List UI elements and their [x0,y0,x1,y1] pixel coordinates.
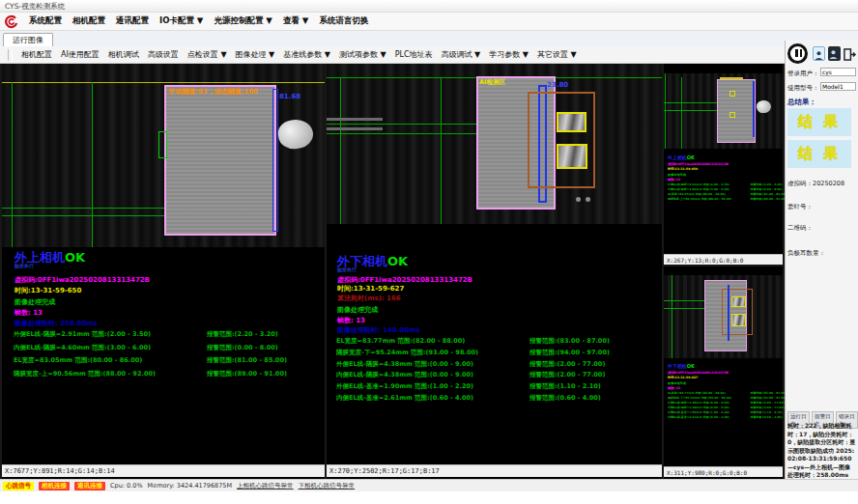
alarm-range: 报警范围:(1.10 - 2.10) [529,382,601,391]
menu-camera-config[interactable]: 相机配置 [72,15,105,27]
barcode-line: 虚拟码:0FF1iwa2025020813313472B [668,162,790,167]
operator-mode-button[interactable] [813,46,825,61]
alarm-range: 报警范围:(2.00 - 77.00) [529,360,605,369]
camera-image-lower-outer[interactable]: AI检测区 23.80 [327,64,662,224]
tool-image-process[interactable]: 图像处理 ▼ [236,49,275,60]
roi-cell-region [164,85,276,236]
model-input[interactable] [820,82,856,91]
menu-language-switch[interactable]: 系统语言切换 [319,15,368,27]
heartbeat-badge: 心跳信号 [3,482,34,490]
menu-system-config[interactable]: 系统配置 [29,15,62,27]
measurement-value: EL宽度=83.77mm 范围:(82.00 - 88.00) [668,391,751,395]
time-line: 时间:13-31-59-650 [668,167,790,172]
green-line [12,82,13,247]
camera-panel-lower-outer: AI检测区 23.80 外下相机OK 触发执行 虚拟码:0FF1iwa20250… [327,64,662,479]
measurement-row: 内侧EL线-隔膜=4.38mm 范围:(0.00 - 9.00) 报警范围:(2… [336,371,660,379]
menu-io-config[interactable]: IO卡配置 ▼ [159,15,203,27]
measurement-row: 内侧EL线-基准=2.61mm 范围:(0.60 - 4.00) 报警范围:(0… [336,394,660,403]
memory-usage: Memory: 3424.41796875M [148,482,233,490]
tab-run-image[interactable]: 运行图像 [3,33,53,47]
tool-camera-debug[interactable]: 相机调试 [108,49,139,60]
camera-link-badge: 相机连接 [39,482,70,490]
result-box-lower: 结 果 [787,140,851,168]
tab-strip: 运行图像 [0,31,858,47]
alarm-range: 报警范围:(2.00 - 77.00) [529,371,605,379]
green-line [664,110,718,111]
result-status: OK [387,254,408,268]
camera-name: 外下相机 [668,363,687,369]
alarm-range: 报警范围:(0.00 - 8.00) [751,187,783,191]
virtual-code-value: 20250208 [813,180,844,187]
pause-icon [800,49,803,57]
tool-advanced-debug[interactable]: 高级调试 ▼ [442,49,481,60]
frame-line: 帧数: 13 [337,316,365,325]
defect-search-box [528,92,595,188]
green-line [681,77,682,149]
preview-result-text: 外上相机OK 虚拟码:0FF1iwa2025020813313472B 时间:1… [668,154,790,201]
app-window: CYS-视觉检测系统 系统配置 相机配置 通讯配置 IO卡配置 ▼ 光源控制配置… [0,0,858,504]
menu-light-config[interactable]: 光源控制配置 ▼ [214,15,272,27]
tool-baseline-params[interactable]: 基准线参数 ▼ [283,49,330,60]
tab-count-label: 负极耳数量： [787,249,825,258]
upper-camera-heartbeat-status: 上相机心跳信号异常 [237,482,294,490]
alarm-range: 报警范围:(89.00 - 91.00) [207,370,287,378]
threshold-overlay-text: 手动阈值:93，动态阈值:100 [168,87,258,97]
camera-image-upper-outer[interactable]: 手动阈值:93，动态阈值:100 81.68 [2,64,325,247]
preview-image-top[interactable] [664,73,783,149]
tool-plc-address[interactable]: PLC地址表 [395,49,433,60]
tool-test-params[interactable]: 测试项参数 ▼ [339,49,386,60]
tool-other-settings[interactable]: 其它设置 ▼ [537,49,577,60]
result-box-upper: 结 果 [787,108,851,136]
pause-button[interactable] [787,43,808,64]
time-line: 时间:13-31-59-650 [14,286,81,295]
blue-measure-value: 81.68 [279,93,300,100]
frame-line: 帧数: 13 [668,386,790,391]
tool-spot-check[interactable]: 点检设置 ▼ [187,49,227,60]
green-line [664,308,708,309]
camera-panel-upper-outer: 手动阈值:93，动态阈值:100 81.68 外上相机OK 触发执行 虚拟码:0… [2,64,325,479]
barcode-line: 虚拟码:0FF1iwa2025020813313472B [668,371,790,376]
time-line: 时间:13-31-59-627 [337,284,404,294]
main-area: 手动阈值:93，动态阈值:100 81.68 外上相机OK 触发执行 虚拟码:0… [0,64,785,479]
menu-view[interactable]: 查看 ▼ [283,15,309,27]
green-marker-box [158,131,167,158]
alarm-range: 报警范围:(0.60 - 4.00) [529,394,601,403]
result-box-text: 结 果 [798,145,841,163]
tool-ai-config[interactable]: AI使用配置 [61,49,100,60]
green-line [2,208,164,209]
app-logo-icon [4,14,18,29]
exit-door-icon [844,48,856,61]
log-text: 耗时：222，缺陷检测耗时：17，缺陷分类耗时：0，缺陷提取分区耗时：显示图获取… [787,422,856,480]
tool-advanced-settings[interactable]: 高级设置 [148,49,179,60]
menu-comm-config[interactable]: 通讯配置 [116,15,149,27]
measurement-row: EL宽度=83.05mm 范围:(80.00 - 86.00) 报警范围:(81… [14,356,323,365]
measurement-value: 内侧EL线-隔膜=4.38mm 范围:(0.00 - 9.00) [336,371,529,379]
engineer-mode-button[interactable] [828,46,841,61]
tool-camera-config[interactable]: 相机配置 [21,49,52,60]
logout-button[interactable] [844,46,856,61]
measurement-value: 外侧EL线-隔膜=2.91mm 范围:(2.00 - 3.50) [14,330,207,339]
elapsed-line: 图像处理耗时: 140.00ms [337,325,420,335]
window-title: CYS-视觉检测系统 [5,2,65,11]
menu-bar: 系统配置 相机配置 通讯配置 IO卡配置 ▼ 光源控制配置 ▼ 查看 ▼ 系统语… [0,13,858,31]
login-user-input[interactable] [820,68,856,76]
ai-region-label: AI检测区 [479,78,505,87]
alarm-range: 报警范围:(0.00 - 8.00) [207,344,278,352]
measurement-row: 隔膜宽度-上=90.56mm 范围:(88.00 - 92.00) 报警范围:(… [14,370,323,378]
result-status: OK [65,250,85,265]
tool-learn-params[interactable]: 学习参数 ▼ [489,49,529,60]
preview-image-bottom[interactable] [664,275,783,358]
blue-measure-line [728,285,729,341]
alarm-range: 报警范围:(94.00 - 97.00) [529,349,610,357]
model-label: 使用型号： [787,84,819,93]
roi-cell-region [717,79,756,143]
measurement-row: 外侧EL线-基准=1.90mm 范围:(1.00 - 2.20) 报警范围:(1… [336,382,660,391]
measurement-value: 外侧EL线-隔膜=4.38mm 范围:(0.00 - 9.00) [668,401,751,405]
toolbar: 相机配置 AI使用配置 相机调试 高级设置 点检设置 ▼ 图像处理 ▼ 基准线参… [0,46,858,64]
measurement-row: 内侧EL线-隔膜=4.60mm 范围:(3.00 - 6.00) 报警范围:(0… [14,344,323,352]
qrcode-label: 二维码： [787,224,813,233]
measurement-row: 外侧EL线-隔膜=2.91mm 范围:(2.00 - 3.50) 报警范围:(2… [14,330,323,339]
trigger-label: 触发执行 [14,263,34,268]
control-sidebar: 登录用户： 使用型号： 总结果： 结 果 结 果 虚拟码：20250208 套针… [785,41,858,481]
defect-box [731,296,746,307]
